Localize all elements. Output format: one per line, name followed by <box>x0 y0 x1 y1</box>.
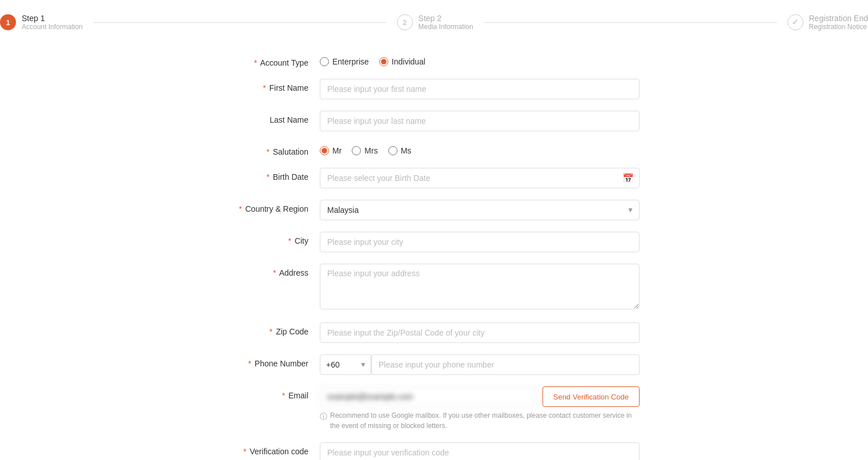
salutation-radio-group: Mr Mrs Ms <box>320 143 640 155</box>
country-select-wrap: Malaysia Singapore Indonesia Thailand Ph… <box>320 200 640 220</box>
first-name-row: * First Name <box>228 79 640 99</box>
send-verification-code-button[interactable]: Send Verification Code <box>542 386 640 407</box>
step-1: 1 Step 1 Account Information <box>0 14 83 31</box>
phone-code-select[interactable]: +60 +65 +62 +66 +63 <box>320 354 371 375</box>
ms-label: Ms <box>401 146 412 155</box>
individual-radio-label[interactable]: Individual <box>379 57 425 66</box>
account-type-label: * Account Type <box>228 54 320 67</box>
last-name-input[interactable] <box>320 111 640 131</box>
email-wrap: Send Verification Code <box>320 386 640 407</box>
stepper: 1 Step 1 Account Information 2 Step 2 Me… <box>0 0 868 54</box>
enterprise-radio-label[interactable]: Enterprise <box>320 57 369 66</box>
verification-code-row: * Verification code <box>228 442 640 460</box>
step-line-1 <box>93 22 387 23</box>
first-name-input[interactable] <box>320 79 640 99</box>
birth-date-row: * Birth Date 📅 <box>228 168 640 188</box>
step-1-title: Step 1 <box>22 14 83 23</box>
mr-label: Mr <box>332 146 341 155</box>
email-control: Send Verification Code ⓘ Recommend to us… <box>320 386 640 431</box>
info-icon: ⓘ <box>320 411 327 422</box>
enterprise-radio[interactable] <box>320 57 329 66</box>
mr-radio[interactable] <box>320 146 329 155</box>
step-2-subtitle: Media Information <box>419 23 473 31</box>
step-3-subtitle: Registration Notice <box>809 23 869 31</box>
first-name-control <box>320 79 640 99</box>
country-control: Malaysia Singapore Indonesia Thailand Ph… <box>320 200 640 220</box>
verification-code-label: * Verification code <box>228 442 320 456</box>
country-select[interactable]: Malaysia Singapore Indonesia Thailand Ph… <box>320 200 640 220</box>
step-2: 2 Step 2 Media Information <box>397 14 473 31</box>
city-control <box>320 232 640 252</box>
address-row: * Address <box>228 264 640 311</box>
phone-code-wrap: +60 +65 +62 +66 +63 ▼ <box>320 354 371 375</box>
verification-code-control <box>320 442 640 460</box>
step-line-2 <box>484 22 777 23</box>
email-hint-text: Recommend to use Google mailbox. If you … <box>330 410 640 431</box>
last-name-label: Last Name <box>228 111 320 124</box>
mr-radio-label[interactable]: Mr <box>320 146 341 155</box>
last-name-control <box>320 111 640 131</box>
address-label: * Address <box>228 264 320 277</box>
account-type-row: * Account Type Enterprise Individual <box>228 54 640 67</box>
email-input[interactable] <box>320 386 537 407</box>
mrs-radio[interactable] <box>352 146 361 155</box>
individual-label: Individual <box>392 57 425 66</box>
individual-radio[interactable] <box>379 57 388 66</box>
salutation-control: Mr Mrs Ms <box>320 143 640 155</box>
phone-label: * Phone Number <box>228 354 320 368</box>
zip-code-label: * Zip Code <box>228 322 320 336</box>
mrs-label: Mrs <box>364 146 377 155</box>
birth-date-control: 📅 <box>320 168 640 188</box>
zip-code-control <box>320 322 640 343</box>
phone-control: +60 +65 +62 +66 +63 ▼ <box>320 354 640 375</box>
ms-radio[interactable] <box>388 146 397 155</box>
country-row: * Country & Region Malaysia Singapore In… <box>228 200 640 220</box>
email-hint: ⓘ Recommend to use Google mailbox. If yo… <box>320 410 640 431</box>
step-3: ✓ Registration End Registration Notice <box>787 14 869 31</box>
step-1-circle: 1 <box>0 14 16 30</box>
zip-code-input[interactable] <box>320 322 640 343</box>
phone-wrap: +60 +65 +62 +66 +63 ▼ <box>320 354 640 375</box>
country-label: * Country & Region <box>228 200 320 213</box>
phone-number-input[interactable] <box>371 354 640 375</box>
verification-code-input[interactable] <box>320 442 640 460</box>
step-3-circle: ✓ <box>787 14 803 30</box>
enterprise-label: Enterprise <box>332 57 369 66</box>
step-1-subtitle: Account Information <box>22 23 83 31</box>
birth-date-label: * Birth Date <box>228 168 320 181</box>
salutation-row: * Salutation Mr Mrs Ms <box>228 143 640 156</box>
calendar-icon: 📅 <box>622 173 634 184</box>
birth-date-wrap: 📅 <box>320 168 640 188</box>
step-3-info: Registration End Registration Notice <box>809 14 869 31</box>
email-label: * Email <box>228 386 320 400</box>
step-3-title: Registration End <box>809 14 869 23</box>
email-row: * Email Send Verification Code ⓘ Recomme… <box>228 386 640 431</box>
salutation-label: * Salutation <box>228 143 320 156</box>
step-1-info: Step 1 Account Information <box>22 14 83 31</box>
registration-form: * Account Type Enterprise Individual * F… <box>217 54 651 460</box>
city-row: * City <box>228 232 640 252</box>
last-name-row: Last Name <box>228 111 640 131</box>
step-2-circle: 2 <box>397 14 413 30</box>
mrs-radio-label[interactable]: Mrs <box>352 146 377 155</box>
account-type-radio-group: Enterprise Individual <box>320 54 640 66</box>
address-input[interactable] <box>320 264 640 309</box>
phone-row: * Phone Number +60 +65 +62 +66 +63 ▼ <box>228 354 640 375</box>
city-input[interactable] <box>320 232 640 252</box>
step-2-info: Step 2 Media Information <box>419 14 473 31</box>
zip-code-row: * Zip Code <box>228 322 640 343</box>
ms-radio-label[interactable]: Ms <box>388 146 412 155</box>
account-type-control: Enterprise Individual <box>320 54 640 66</box>
city-label: * City <box>228 232 320 245</box>
first-name-label: * First Name <box>228 79 320 92</box>
address-control <box>320 264 640 311</box>
birth-date-input[interactable] <box>320 168 640 188</box>
step-2-title: Step 2 <box>419 14 473 23</box>
